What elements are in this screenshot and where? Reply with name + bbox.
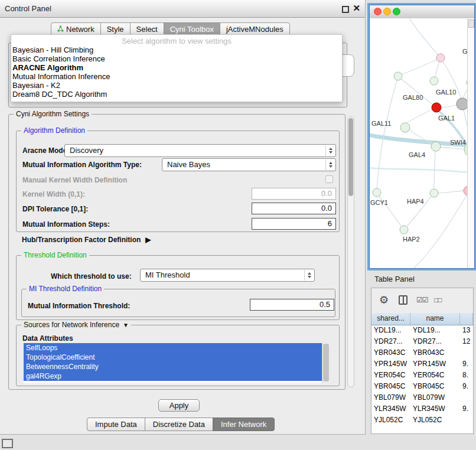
column-header[interactable] [460, 313, 473, 325]
table-row[interactable]: YBR045CYBR045C9. [371, 381, 473, 392]
algorithm-option[interactable]: Bayesian - K2 [11, 81, 342, 90]
combobox-value: Naive Bayes [167, 159, 210, 171]
network-node[interactable] [400, 226, 408, 234]
node-label[interactable]: HAP4 [407, 198, 424, 205]
cell: YJL052C [371, 415, 410, 426]
docked-panel-icon[interactable] [2, 439, 13, 448]
node-label[interactable]: GAL [462, 48, 467, 55]
zoom-traffic-light[interactable] [393, 8, 400, 15]
cell: YBR043C [410, 347, 460, 358]
close-traffic-light[interactable] [374, 8, 382, 15]
minimize-traffic-light[interactable] [383, 8, 391, 15]
bottom-tabs: Impute Data Discretize Data Infer Networ… [87, 418, 275, 431]
algorithm-option[interactable]: Bayesian - Hill Climbing [11, 45, 342, 54]
cell: YPR145W [410, 358, 460, 370]
tab-discretize-data[interactable]: Discretize Data [145, 418, 213, 431]
scrollbar-thumb[interactable] [348, 118, 353, 196]
network-view-window[interactable]: GAL GAL80 GAL10 GAL11 GAL1 SWI4 GAL4 GCY… [369, 5, 475, 269]
control-panel-titlebar[interactable]: Control Panel ✕ [0, 0, 365, 18]
cell: YLR345W [371, 403, 410, 415]
table-row[interactable]: YPR145WYPR145W9. [371, 358, 473, 370]
aracne-mode-label: Aracne Mode: [22, 145, 69, 156]
settings-scrollbar[interactable] [347, 116, 354, 387]
network-window-titlebar[interactable] [370, 5, 474, 19]
list-item-selected[interactable]: BetweennessCentrality [24, 362, 322, 371]
columns-icon[interactable] [399, 295, 407, 305]
list-item-selected[interactable]: gal4RGexp [24, 371, 322, 381]
node-label[interactable]: SWI4 [450, 139, 466, 146]
deselect-all-checkboxes-icon[interactable]: □□ [434, 296, 442, 304]
table-row[interactable]: YBR043CYBR043C [371, 347, 473, 358]
scrollbar-button[interactable] [468, 19, 474, 28]
node-label[interactable]: HAP2 [403, 236, 420, 243]
cell: 9. [460, 381, 473, 392]
list-scrollbar[interactable] [322, 343, 330, 383]
column-header[interactable]: name [410, 313, 460, 325]
algorithm-option[interactable]: Basic Correlation Inference [11, 54, 342, 63]
network-node-red[interactable] [432, 103, 441, 112]
scrollbar-thumb[interactable] [323, 344, 329, 381]
table-row[interactable]: YBL079WYBL079W [371, 392, 473, 403]
algorithm-option-selected[interactable]: ARACNE Algorithm [11, 63, 342, 72]
node-label[interactable]: GCY1 [370, 199, 388, 206]
network-canvas[interactable]: GAL GAL80 GAL10 GAL11 GAL1 SWI4 GAL4 GCY… [370, 18, 467, 268]
expand-right-icon: ▶ [145, 236, 151, 244]
network-node[interactable] [436, 54, 445, 62]
dpi-tolerance-field[interactable]: 0.0 [252, 203, 336, 214]
cell: YER054C [410, 370, 460, 381]
algorithm-option[interactable]: Dream8 DC_TDC Algorithm [11, 90, 342, 99]
network-scrollbar[interactable] [467, 18, 474, 268]
cell [460, 415, 473, 426]
column-header[interactable]: shared... [371, 313, 410, 325]
which-threshold-combobox[interactable]: MI Threshold [140, 269, 315, 282]
network-node[interactable] [373, 188, 381, 197]
kernel-width-field: 0.0 [252, 188, 336, 200]
select-all-checkboxes-icon[interactable]: ☑☑ [416, 296, 428, 304]
table-row[interactable]: YLR345WYLR345W9. [371, 403, 473, 415]
network-edge[interactable] [370, 167, 467, 173]
mi-steps-field[interactable]: 6 [252, 218, 336, 230]
gear-icon[interactable]: ⚙ [379, 294, 389, 306]
combobox-stepper-icon [325, 145, 335, 156]
list-item-selected[interactable]: SelfLoops [24, 343, 322, 353]
group-title: Algorithm Definition [21, 126, 87, 135]
combobox-stepper-icon [304, 270, 314, 281]
table-row[interactable]: YER054CYER054C8. [371, 370, 473, 381]
table-row[interactable]: YJL052CYJL052C [371, 415, 473, 426]
hub-factor-section-toggle[interactable]: Hub/Transcription Factor Definition▶ [22, 236, 151, 244]
list-item-selected[interactable]: TopologicalCoefficient [24, 353, 322, 362]
group-title: MI Threshold Definition [27, 285, 104, 294]
float-window-icon[interactable] [342, 6, 349, 13]
node-label[interactable]: GAL10 [436, 89, 456, 96]
network-node[interactable] [431, 142, 441, 151]
apply-button[interactable]: Apply [158, 399, 200, 412]
table-row[interactable]: YDL19...YDL19...13 [371, 325, 473, 336]
cell: 8. [460, 370, 473, 381]
tab-impute-data[interactable]: Impute Data [87, 418, 145, 431]
network-node[interactable] [400, 123, 410, 132]
algorithm-option[interactable]: Mutual Information Inference [11, 72, 342, 81]
algorithm-dropdown-popup: Select algorithm to view settings Bayesi… [11, 34, 343, 102]
network-node[interactable] [430, 189, 438, 197]
table-toolbar: ⚙ ☑☑ □□ [371, 288, 473, 314]
sources-section-toggle[interactable]: Sources for Network Inference▼ [21, 321, 131, 330]
close-window-icon[interactable]: ✕ [353, 2, 360, 14]
tab-infer-network[interactable]: Infer Network [213, 418, 275, 431]
aracne-mode-combobox[interactable]: Discovery [64, 144, 336, 157]
node-label[interactable]: GAL4 [409, 151, 425, 158]
manual-kernel-width-checkbox [325, 175, 333, 183]
mi-threshold-field[interactable]: 0.5 [250, 299, 334, 311]
network-node-gray[interactable] [457, 98, 467, 110]
manual-kernel-width-label: Manual Kernel Width Definition [22, 174, 127, 186]
mi-algorithm-type-combobox[interactable]: Naive Bayes [162, 158, 336, 171]
node-label[interactable]: GAL1 [438, 115, 455, 122]
node-label[interactable]: GAL11 [371, 120, 391, 127]
network-node[interactable] [430, 77, 438, 85]
table-row[interactable]: YDR27...YDR27...12 [371, 336, 473, 347]
node-label[interactable]: GAL80 [403, 94, 423, 101]
window-title: Control Panel [5, 0, 51, 17]
cell: YPR145W [371, 358, 410, 370]
dpi-tolerance-label: DPI Tolerance [0,1]: [22, 203, 88, 215]
network-node[interactable] [394, 72, 402, 80]
application-desktop: Control Panel ✕ Network Style Select Cyn… [0, 0, 476, 450]
